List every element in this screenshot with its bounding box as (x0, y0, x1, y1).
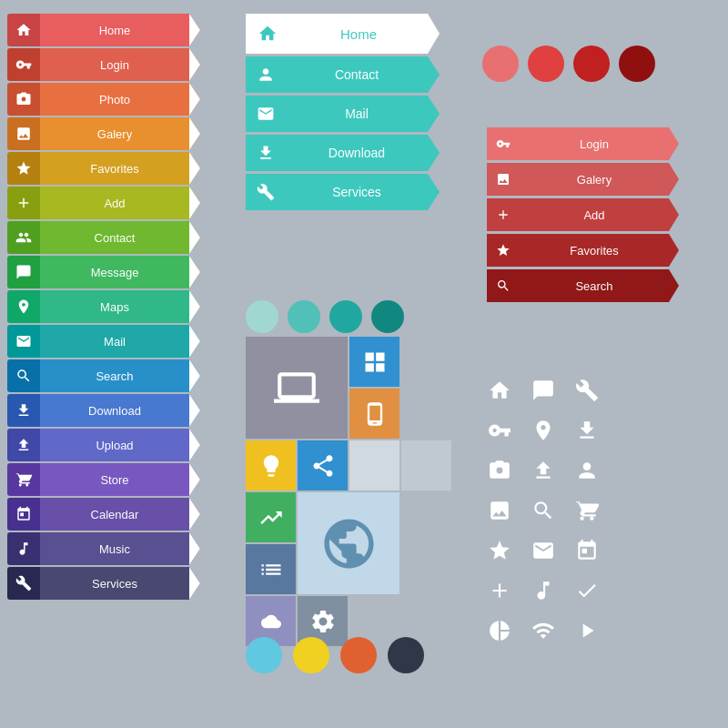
center-menu-item-home[interactable]: Home (246, 14, 428, 54)
color-swatches-red (482, 46, 655, 82)
image-icon (7, 117, 40, 150)
left-navigation: Home Login Photo Galery (7, 14, 189, 602)
swatch-navy (388, 637, 424, 673)
grid-download-icon (570, 413, 604, 448)
center-menu-item-services[interactable]: Services (246, 174, 428, 210)
menu-label-contact: Contact (40, 221, 189, 254)
grid-cart-icon (570, 493, 604, 528)
menu-label-search: Search (40, 359, 189, 392)
right-label-login: Login (520, 137, 669, 151)
menu-item-music[interactable]: Music (7, 532, 189, 565)
right-navigation: Login Galery Add Favorites Search (487, 127, 669, 305)
menu-label-home: Home (40, 14, 189, 46)
center-menu-item-mail[interactable]: Mail (246, 96, 428, 132)
star-icon (7, 152, 40, 185)
center-label-contact: Contact (286, 67, 428, 82)
color-swatches-warm (246, 637, 424, 673)
right-menu-item-add[interactable]: Add (487, 198, 669, 231)
swatch-medium-red (528, 46, 564, 82)
tile-laptop[interactable] (246, 337, 348, 439)
right-menu-item-search[interactable]: Search (487, 269, 669, 302)
swatch-darkest-red (619, 46, 655, 82)
right-image-icon (487, 163, 520, 196)
menu-label-galery: Galery (40, 117, 189, 150)
swatch-light-teal (288, 300, 320, 333)
menu-item-upload[interactable]: Upload (7, 429, 189, 461)
swatch-lightest-teal (246, 300, 278, 333)
menu-item-calendar[interactable]: Calendar (7, 498, 189, 531)
color-swatches-teal (246, 300, 404, 333)
grid-music-icon (526, 573, 561, 608)
tile-chart[interactable] (246, 492, 296, 542)
center-menu-item-download[interactable]: Download (246, 135, 428, 171)
swatch-dark-teal (371, 300, 404, 333)
menu-label-services: Services (40, 567, 189, 600)
center-label-services: Services (286, 185, 428, 199)
grid-mail-icon (526, 533, 561, 568)
menu-label-message: Message (40, 256, 189, 288)
tile-share[interactable] (298, 440, 348, 490)
contact-icon (7, 221, 40, 254)
grid-play-icon (570, 613, 604, 648)
menu-item-galery[interactable]: Galery (7, 117, 189, 150)
tile-list[interactable] (246, 544, 296, 594)
menu-item-services[interactable]: Services (7, 567, 189, 600)
right-label-galery: Galery (520, 173, 669, 187)
center-menu-item-contact[interactable]: Contact (246, 56, 428, 93)
menu-item-mail[interactable]: Mail (7, 325, 189, 358)
icon-library (482, 373, 652, 648)
menu-item-login[interactable]: Login (7, 48, 189, 81)
tile-phone[interactable] (349, 389, 399, 439)
menu-item-photo[interactable]: Photo (7, 83, 189, 116)
menu-item-store[interactable]: Store (7, 463, 189, 496)
center-label-mail: Mail (286, 106, 428, 121)
grid-pie-icon (482, 613, 517, 648)
grid-wifi-icon (526, 613, 561, 648)
key-icon (7, 48, 40, 81)
menu-label-favorites: Favorites (40, 152, 189, 185)
grid-chat-icon (526, 373, 561, 408)
center-navigation: Home Contact Mail Download Services (246, 14, 428, 213)
menu-item-search[interactable]: Search (7, 359, 189, 392)
right-menu-item-favorites[interactable]: Favorites (487, 234, 669, 267)
download-icon (7, 394, 40, 427)
chat-icon (7, 256, 40, 288)
menu-label-photo: Photo (40, 83, 189, 116)
metro-tile-grid (246, 337, 455, 619)
grid-key-icon (482, 413, 517, 448)
menu-item-home[interactable]: Home (7, 14, 189, 46)
grid-plus-icon (482, 573, 517, 608)
calendar-icon (7, 498, 40, 531)
tools-icon (7, 567, 40, 600)
center-label-home: Home (289, 26, 428, 42)
upload-icon (7, 429, 40, 461)
menu-item-download[interactable]: Download (7, 394, 189, 427)
grid-upload-icon (526, 453, 561, 488)
grid-user-icon (570, 453, 604, 488)
right-label-add: Add (520, 208, 669, 222)
swatch-orange (340, 637, 377, 673)
grid-image-icon (482, 493, 517, 528)
tile-globe[interactable] (298, 492, 399, 594)
menu-item-contact[interactable]: Contact (7, 221, 189, 254)
right-menu-item-login[interactable]: Login (487, 127, 669, 160)
tile-grid[interactable] (349, 337, 399, 387)
swatch-yellow (293, 637, 329, 673)
right-search-icon (487, 269, 520, 302)
menu-label-calendar: Calendar (40, 498, 189, 531)
swatch-medium-teal (329, 300, 362, 333)
menu-item-maps[interactable]: Maps (7, 290, 189, 323)
menu-item-message[interactable]: Message (7, 256, 189, 288)
menu-label-maps: Maps (40, 290, 189, 323)
grid-search2-icon (526, 493, 561, 528)
menu-label-upload: Upload (40, 429, 189, 461)
menu-item-favorites[interactable]: Favorites (7, 152, 189, 185)
music-icon (7, 532, 40, 565)
menu-item-add[interactable]: Add (7, 187, 189, 219)
right-menu-item-galery[interactable]: Galery (487, 163, 669, 196)
menu-label-mail: Mail (40, 325, 189, 358)
home-icon (7, 14, 40, 46)
menu-label-store: Store (40, 463, 189, 496)
grid-calendar-icon (570, 533, 604, 568)
tile-bulb[interactable] (246, 440, 296, 490)
